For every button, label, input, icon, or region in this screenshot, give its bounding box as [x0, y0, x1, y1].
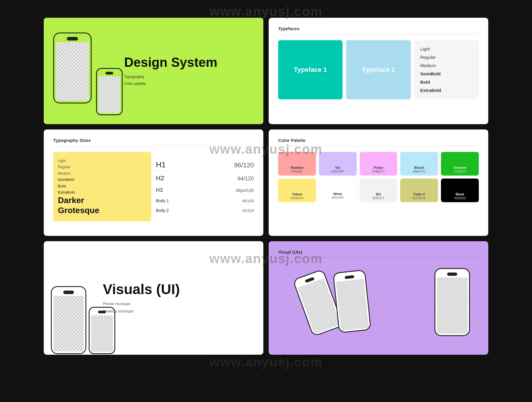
design-system-sub1: Typography [124, 73, 254, 80]
scattered-phone-3 [434, 268, 470, 336]
typography-sizes-table: H1 96/120 H2 64/120 H3 48px/120 Body 1 4… [156, 152, 254, 221]
visuals-phone-1-notch [63, 291, 74, 294]
s3-screen [437, 278, 468, 334]
swatch-reddish: Reddish #FFAA2 [278, 152, 316, 176]
typeface-box-1: Typeface 1 [278, 40, 343, 99]
typefaces-title: Typefaces [278, 26, 479, 31]
visuals-sub2: Desktop mockups [103, 308, 180, 315]
visual-uis-title: Visual (UIs) [278, 249, 479, 255]
size-body1-label: Body 1 [156, 198, 169, 203]
swatch-color4: Color 4 #CFCF7C [400, 179, 438, 202]
visual-uis-divider [278, 257, 479, 258]
showcase-extrabold: ExtraBold [58, 189, 147, 195]
s2-notch [345, 275, 354, 279]
color-divider [278, 146, 479, 146]
visuals-phone-2-notch [98, 311, 106, 313]
size-row-body2: Body 2 32/120 [156, 207, 254, 214]
scattered-phone-2 [333, 270, 372, 333]
color-title: Color Palette [278, 138, 479, 143]
phone-small-screen [98, 76, 120, 113]
swatch-yellow: Yellow #FDE97A [278, 179, 316, 202]
showcase-medium: Medium [58, 171, 147, 176]
phone-large [53, 33, 92, 103]
size-row-h1: H1 96/120 [156, 159, 254, 171]
showcase-regular: Regular [58, 164, 147, 170]
visuals-phone-1-screen [53, 296, 84, 351]
swatch-bluish: Bluish #B8E7FC [400, 152, 438, 176]
visuals-phone-2-screen [91, 315, 113, 352]
weight-regular: Regular [420, 54, 473, 61]
size-h2-value: 64/120 [238, 176, 254, 182]
phone-large-screen [56, 42, 89, 101]
card-typography: Typography Sizes Light Regular Medium Se… [44, 129, 263, 236]
size-body2-value: 32/120 [242, 208, 254, 213]
weight-extrabold: ExtraBold [420, 87, 473, 94]
design-system-sub2: Color palette [124, 80, 254, 87]
swatch-black: Black #000000 [441, 179, 479, 202]
swatch-pinkie: Pinkie #F8B2FC [360, 152, 398, 176]
design-system-title: Design System [124, 55, 254, 70]
visuals-text: Visuals (UI) Phone mockups Desktop mocku… [103, 281, 180, 315]
s2-screen [336, 279, 369, 330]
design-system-text: Design System Typography Color palette [106, 55, 254, 87]
showcase-bold: Bold [58, 183, 147, 189]
swatch-bg: BG #F3F1F1 [360, 179, 398, 202]
size-row-body1: Body 1 40/120 [156, 197, 254, 205]
phones-scattered [278, 264, 479, 346]
typeface-weights: Light Regular Medium SemiBold Bold Extra… [414, 40, 479, 99]
font-showcase-weights: Light Regular Medium SemiBold Bold Extra… [58, 158, 147, 195]
typography-title: Typography Sizes [53, 138, 254, 143]
font-showcase: Light Regular Medium SemiBold Bold Extra… [53, 152, 151, 221]
size-h3-label: H3 [156, 187, 163, 193]
color-grid: Reddish #FFAA2 Vio #D5C0FF Pinkie #F8B2F… [278, 152, 479, 202]
swatch-vio: Vio #D5C0FF [319, 152, 357, 176]
typography-content: Light Regular Medium SemiBold Bold Extra… [53, 152, 254, 221]
swatch-greenie: Greenie #1BBD20 [441, 152, 479, 176]
s3-notch [447, 273, 457, 276]
weight-medium: Medium [420, 62, 473, 69]
weight-bold: Bold [420, 79, 473, 86]
visuals-phone-1 [51, 286, 86, 354]
main-grid: Design System Typography Color palette T… [0, 0, 532, 367]
card-design-system: Design System Typography Color palette [44, 18, 263, 124]
card-visual-uis: Visual (UIs) [269, 241, 488, 355]
size-h1-value: 96/120 [234, 161, 254, 169]
phone-mockup-large [53, 33, 106, 109]
typefaces-grid: Typeface 1 Typeface 1 Light Regular Medi… [278, 40, 479, 99]
typeface-box-2: Typeface 1 [346, 40, 411, 99]
weight-light: Light [420, 46, 473, 53]
font-name: DarkerGrotesque [58, 195, 147, 215]
size-h2-label: H2 [156, 174, 164, 182]
size-row-h3: H3 48px/120 [156, 186, 254, 195]
visuals-sub1: Phone mockups [103, 300, 180, 308]
size-body2-label: Body 2 [156, 208, 169, 213]
size-h1-label: H1 [156, 160, 166, 169]
typography-divider [53, 146, 254, 146]
size-h3-value: 48px/120 [236, 188, 254, 193]
visuals-heading: Visuals (UI) [103, 281, 180, 297]
typefaces-divider [278, 34, 479, 34]
showcase-semibold: SemiBold [58, 177, 147, 183]
size-body1-value: 40/120 [242, 199, 254, 203]
phone-small [96, 68, 123, 115]
size-row-h2: H2 64/120 [156, 173, 254, 184]
card-color: Color Palette Reddish #FFAA2 Vio #D5C0FF… [269, 129, 488, 236]
card-visuals: Visuals (UI) Phone mockups Desktop mocku… [44, 241, 263, 355]
weight-semibold: SemiBold [420, 70, 473, 77]
showcase-light: Light [58, 158, 147, 164]
card-typefaces: Typefaces Typeface 1 Typeface 1 Light Re… [269, 18, 488, 124]
swatch-white: White #FFFFFF [319, 179, 357, 202]
